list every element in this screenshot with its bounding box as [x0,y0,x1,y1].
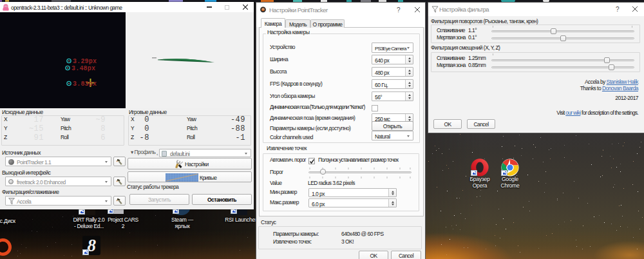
svg-text:3.83px: 3.83px [73,81,97,88]
svg-text:3.29px: 3.29px [73,58,97,65]
svg-text:3.48px: 3.48px [71,65,95,72]
